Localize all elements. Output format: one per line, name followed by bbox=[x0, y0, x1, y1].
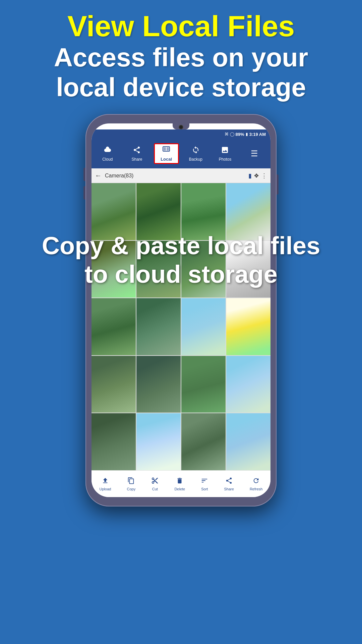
share-tool[interactable]: Share bbox=[224, 477, 234, 491]
delete-tool[interactable]: Delete bbox=[174, 477, 185, 491]
nav-item-local[interactable]: Local bbox=[154, 143, 179, 164]
photo-cell-18[interactable] bbox=[136, 413, 181, 470]
cut-icon bbox=[151, 477, 159, 486]
photo-cell-14[interactable] bbox=[136, 356, 181, 413]
copy-icon bbox=[127, 477, 135, 486]
photo-cell-10[interactable] bbox=[136, 298, 181, 355]
cut-tool[interactable]: Cut bbox=[151, 477, 159, 491]
refresh-tool[interactable]: Refresh bbox=[250, 477, 263, 491]
folder-name-label: Camera(83) bbox=[105, 173, 245, 179]
nav-label-photos: Photos bbox=[219, 157, 231, 162]
upload-label: Upload bbox=[100, 487, 111, 491]
folder-navigation-bar: ← Camera(83) ▮ ❖ ⋮ bbox=[92, 168, 270, 183]
battery-level: 89% bbox=[236, 132, 244, 137]
upload-tool[interactable]: Upload bbox=[100, 477, 111, 491]
main-subtitle: Access files on yourlocal device storage bbox=[7, 43, 355, 103]
power-button bbox=[277, 174, 279, 195]
front-camera bbox=[179, 125, 183, 129]
grid3-view-button[interactable]: ⋮ bbox=[261, 172, 267, 179]
share-tool-icon bbox=[225, 477, 233, 486]
photos-icon bbox=[221, 146, 229, 156]
status-bar: ⌘ ◯ 89% ▮ 3:19 AM bbox=[92, 129, 270, 139]
nav-label-backup: Backup bbox=[189, 157, 202, 162]
nav-item-photos[interactable]: Photos bbox=[213, 146, 238, 162]
phone-device: ⌘ ◯ 89% ▮ 3:19 AM Cloud bbox=[85, 114, 277, 506]
phone-notch bbox=[173, 123, 189, 129]
menu-icon: ☰ bbox=[251, 149, 258, 158]
nav-label-share: Share bbox=[131, 157, 142, 162]
bottom-toolbar: Upload Copy Cut bbox=[92, 470, 270, 497]
photo-cell-17[interactable] bbox=[92, 413, 136, 470]
battery-icon: ▮ bbox=[246, 132, 248, 137]
cloud-icon bbox=[104, 146, 112, 156]
app-nav-bar: Cloud Share Local bbox=[92, 139, 270, 168]
clock: 3:19 AM bbox=[249, 132, 266, 137]
copy-label: Copy bbox=[127, 487, 136, 491]
copy-paste-title: Copy & paste local filesto cloud storage bbox=[10, 231, 352, 288]
nav-label-local: Local bbox=[161, 157, 172, 162]
phone-screen: ⌘ ◯ 89% ▮ 3:19 AM Cloud bbox=[92, 123, 270, 497]
photo-cell-11[interactable] bbox=[181, 298, 226, 355]
photo-cell-15[interactable] bbox=[181, 356, 226, 413]
view-mode-buttons: ▮ ❖ ⋮ bbox=[248, 172, 267, 179]
overlay-text-block: Copy & paste local filesto cloud storage bbox=[0, 228, 362, 292]
share-tool-label: Share bbox=[224, 487, 234, 491]
alarm-icon: ◯ bbox=[230, 132, 234, 137]
main-title: View Local Files bbox=[7, 10, 355, 43]
nav-item-share[interactable]: Share bbox=[124, 146, 149, 162]
photo-cell-9[interactable] bbox=[92, 298, 136, 355]
svg-rect-1 bbox=[164, 147, 166, 151]
sort-label: Sort bbox=[201, 487, 208, 491]
wifi-icon: ⌘ bbox=[225, 132, 229, 137]
photo-cell-13[interactable] bbox=[92, 356, 136, 413]
photo-cell-12[interactable] bbox=[226, 298, 270, 355]
vol-down-button bbox=[83, 186, 85, 200]
list-view-button[interactable]: ▮ bbox=[248, 172, 252, 179]
nav-item-backup[interactable]: Backup bbox=[183, 146, 208, 162]
nav-label-cloud: Cloud bbox=[102, 157, 113, 162]
refresh-label: Refresh bbox=[250, 487, 263, 491]
hamburger-menu[interactable]: ☰ bbox=[242, 149, 267, 158]
photo-cell-16[interactable] bbox=[226, 356, 270, 413]
phone-shell: ⌘ ◯ 89% ▮ 3:19 AM Cloud bbox=[85, 114, 277, 506]
status-icons: ⌘ ◯ 89% ▮ 3:19 AM bbox=[225, 132, 266, 137]
svg-rect-2 bbox=[167, 147, 169, 151]
delete-label: Delete bbox=[174, 487, 185, 491]
cut-label: Cut bbox=[152, 487, 158, 491]
share-icon bbox=[133, 146, 141, 156]
nav-item-cloud[interactable]: Cloud bbox=[95, 146, 120, 162]
back-button[interactable]: ← bbox=[95, 172, 102, 179]
grid2-view-button[interactable]: ❖ bbox=[254, 172, 259, 179]
upload-icon bbox=[102, 477, 109, 486]
refresh-icon bbox=[252, 477, 260, 486]
copy-tool[interactable]: Copy bbox=[127, 477, 136, 491]
photo-grid bbox=[92, 183, 270, 470]
photo-cell-19[interactable] bbox=[181, 413, 226, 470]
top-text-block: View Local Files Access files on yourloc… bbox=[0, 10, 362, 103]
delete-icon bbox=[176, 477, 183, 486]
sort-icon bbox=[201, 477, 208, 486]
backup-icon bbox=[192, 146, 200, 156]
sort-tool[interactable]: Sort bbox=[201, 477, 208, 491]
photo-cell-20[interactable] bbox=[226, 413, 270, 470]
local-icon bbox=[162, 146, 170, 156]
vol-up-button bbox=[83, 168, 85, 181]
